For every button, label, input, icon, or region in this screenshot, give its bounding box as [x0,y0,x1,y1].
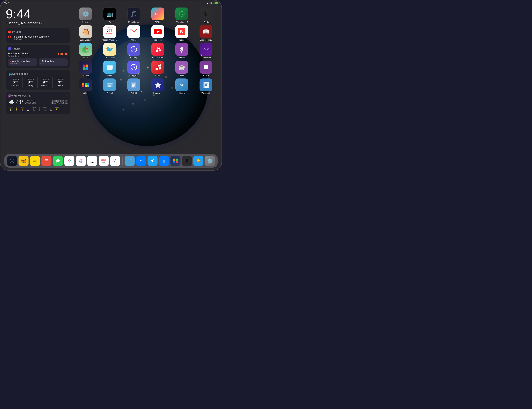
maps-label: Maps [83,56,88,59]
week-icon[interactable] [103,61,116,74]
app-lunadisplay[interactable]: 🐴 Luna Display [77,25,95,41]
vocab-icon[interactable]: Aa [175,79,188,91]
dock-slack[interactable] [64,156,75,166]
podcasts-label: Podcasts [178,56,186,59]
dock-kami[interactable]: 🦋 [19,156,29,166]
app-whendidit[interactable]: When Did I...? [173,8,191,23]
svg-rect-46 [205,82,209,88]
timery-header: TIMERY [8,47,68,50]
logged-icon[interactable] [127,61,140,74]
dock-photos[interactable] [76,156,86,166]
biblememory-icon[interactable]: 📖 [200,25,212,38]
dock-touch-id[interactable] [7,156,17,166]
app-music[interactable]: Music [149,61,167,77]
timery-timer-name: MacStories Writing Writing Time [8,52,29,57]
app-youtube[interactable]: YouTube [149,25,167,41]
up-next-event-time: 11:00 AM [12,38,68,41]
app-twitterrific[interactable]: 🐦 • Twitterrific [101,43,119,59]
settings-icon[interactable]: ⚙️ [79,8,92,20]
timery-tags-row: ● MacStories Writing Writing Time ● Club… [8,58,68,66]
gmail-icon[interactable] [127,25,140,38]
app-musicharbor[interactable]: 🎵 MusicHarbor [125,8,143,23]
podcasts-icon[interactable] [175,43,188,56]
dock-mail[interactable] [136,156,146,166]
homework-icon[interactable] [151,79,164,91]
app-giphy[interactable]: GIF GIPHY [149,8,167,23]
school-icon[interactable] [103,79,116,91]
app-syllabi[interactable]: Syllabi [125,79,143,94]
itunesstore-icon[interactable] [151,43,164,56]
workbook-label: Workbook [201,92,210,94]
timery-tag-1[interactable]: ● MacStories Writing Writing Time [8,58,37,66]
dock-twitterrific-dock[interactable] [193,156,203,166]
play-icon[interactable]: ☕ [175,61,188,74]
app-play[interactable]: ☕ Play [173,61,191,77]
ferrite-icon[interactable]: 🎙 [200,8,212,20]
dock-messages[interactable] [53,156,63,166]
app-week[interactable]: Week [101,61,119,77]
dock-appstore[interactable]: A [159,156,169,166]
googlecal-icon[interactable]: Google 31 Calendar [103,25,116,38]
app-itunesstore[interactable]: iTunes Store [149,43,167,59]
musicharbor-icon[interactable]: 🎵 [127,8,140,20]
world-clock-widget[interactable]: 🌐 WORLD CLOCK TUESDAY 6AM California TUE… [6,70,70,90]
app-pause[interactable]: Pause [197,61,215,77]
timery-widget[interactable]: TIMERY MacStories Writing Writing Time ●… [6,45,70,68]
twitterrific-icon[interactable]: 🐦 [103,43,116,56]
hour-6: 4AM 40 [43,106,48,112]
youtube-icon[interactable] [151,25,164,38]
darknoise-icon[interactable] [200,43,212,56]
lunadisplay-icon[interactable]: 🐴 [79,25,92,38]
dock-settings-app[interactable]: ⚙️ [205,156,215,166]
app-gmail[interactable]: Gmail [125,25,143,41]
app-vocab[interactable]: Aa Vocab [173,79,191,94]
app-workbook[interactable]: Workbook [197,79,215,94]
app-news[interactable]: N News [173,25,191,41]
dock-notes[interactable] [30,156,40,166]
syllabi-icon[interactable] [127,79,140,91]
up-next-icon: 19 [8,31,11,33]
dock-calendar[interactable]: Tuesday 19 [99,156,109,166]
maps-icon[interactable] [79,43,92,56]
whendidit-icon[interactable] [175,8,188,20]
pause-icon[interactable] [200,61,212,74]
app-homework[interactable]: Homework [149,79,167,94]
weather-widget[interactable]: 🥕 CARROT WEATHER › ☁️ 44° FEELS LIKE 44°… [6,92,70,114]
tv-icon[interactable]: 📺 [103,8,116,20]
dock-reminders[interactable] [87,156,97,166]
app-maps[interactable]: Maps [77,43,95,59]
app-settings[interactable]: ⚙️ Settings [77,8,95,23]
app-podcasts[interactable]: Podcasts [173,43,191,59]
workbook-icon[interactable] [200,79,212,91]
app-school[interactable]: School [101,79,119,94]
app-tv[interactable]: 📺 TV [101,8,119,23]
app-logged[interactable]: Logged [125,61,143,77]
svg-point-61 [56,159,60,162]
app-googlecal[interactable]: Google 31 Calendar Google Calendar [101,25,119,41]
dock-multiapp[interactable] [171,156,180,166]
music-icon[interactable] [151,61,164,74]
giphy-icon[interactable]: GIF [151,8,164,20]
up-next-widget[interactable]: 19 UP NEXT Publish: iPad Home screen sto… [6,28,70,43]
signal-icon: ▪▪▪ [203,2,205,4]
svg-rect-41 [132,84,135,85]
app-biblememory[interactable]: 📖 Bible Memory [197,25,215,41]
app-ferrite[interactable]: 🎙 • Ferrite [197,8,215,23]
hour-dot-8 [56,109,57,109]
dock-lineup[interactable] [41,156,52,166]
other-icon[interactable] [79,79,92,91]
app-timery[interactable]: • Timery [125,43,143,59]
app-other[interactable]: Other [77,79,95,94]
app-darknoise[interactable]: • Dark Noise [197,43,215,59]
tag2-title: Club Writing [42,60,54,62]
app-arcade[interactable]: Arcade [77,61,95,77]
timery-current: MacStories Writing Writing Time ● 2:59:4… [8,52,68,57]
dock-whisper[interactable]: 🎙 [182,156,192,166]
dock-safari[interactable] [110,156,120,166]
news-icon[interactable]: N [175,25,188,38]
dock-files[interactable] [125,156,135,166]
dock-twitter[interactable] [148,156,158,166]
timery-app-icon[interactable] [127,43,140,56]
timery-tag-2[interactable]: ● Club Writing Club Timer [39,58,68,66]
arcade-icon[interactable] [79,61,92,74]
